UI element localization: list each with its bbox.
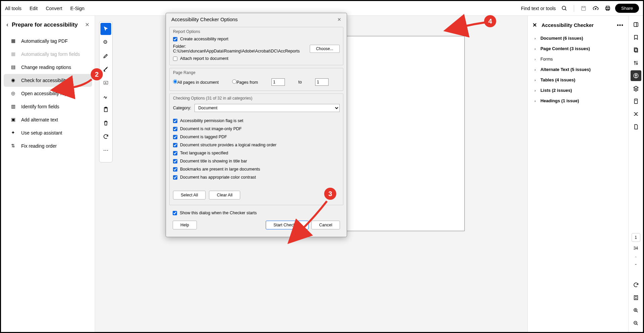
checker-title: Accessibility Checker bbox=[542, 22, 612, 28]
check-label: Bookmarks are present in large documents bbox=[180, 167, 260, 172]
more-icon[interactable]: ••• bbox=[617, 22, 624, 28]
left-item-alternate-text[interactable]: ▣Add alternate text bbox=[4, 113, 92, 126]
check-bookmarks[interactable] bbox=[173, 167, 177, 172]
folder-label: Folder: bbox=[173, 44, 186, 49]
page-from-input[interactable] bbox=[271, 78, 285, 86]
attach-report-checkbox[interactable] bbox=[173, 57, 177, 61]
right-rail: 1 34 ˆ ˇ bbox=[628, 16, 643, 332]
left-item-fix-reading[interactable]: ⇅Fix reading order bbox=[4, 140, 92, 152]
fix-order-icon: ⇅ bbox=[11, 143, 17, 149]
clear-all-button[interactable]: Clear All bbox=[209, 191, 240, 199]
file-icon[interactable] bbox=[631, 121, 641, 132]
check-icon: ◉ bbox=[11, 77, 17, 83]
print-icon[interactable] bbox=[603, 4, 612, 13]
menu-esign[interactable]: E-Sign bbox=[70, 6, 84, 11]
attachment-icon[interactable] bbox=[631, 96, 641, 107]
page-to-input[interactable] bbox=[315, 78, 329, 86]
zoom-in-icon[interactable] bbox=[631, 305, 641, 316]
layers-icon[interactable] bbox=[631, 83, 641, 94]
zoom-out-icon[interactable] bbox=[631, 318, 641, 329]
choose-folder-button[interactable]: Choose... bbox=[310, 45, 340, 53]
svg-point-18 bbox=[635, 74, 636, 75]
find-text-label[interactable]: Find text or tools bbox=[521, 6, 556, 11]
fit-page-icon[interactable] bbox=[631, 292, 641, 303]
checker-item-page-content[interactable]: ›Page Content (3 issues) bbox=[528, 43, 628, 54]
checker-item-forms[interactable]: ›Forms bbox=[528, 54, 628, 64]
checker-item-alternate-text[interactable]: ›Alternate Text (5 issues) bbox=[528, 64, 628, 75]
select-all-button[interactable]: Select All bbox=[173, 191, 206, 199]
show-dialog-label: Show this dialog when the Checker starts bbox=[180, 211, 257, 215]
more-tools-icon[interactable]: ⋯ bbox=[100, 144, 111, 156]
left-item-label: Identify form fields bbox=[21, 104, 59, 109]
page-down-icon[interactable]: ˇ bbox=[635, 263, 637, 269]
menu-convert[interactable]: Convert bbox=[46, 6, 62, 11]
left-item-label: Open accessibility report bbox=[21, 91, 73, 96]
signature-tool-icon[interactable] bbox=[100, 90, 111, 102]
checker-item-lists[interactable]: ›Lists (2 issues) bbox=[528, 85, 628, 96]
page-up-icon[interactable]: ˆ bbox=[635, 256, 637, 261]
pages-from-radio-label[interactable]: Pages from bbox=[232, 79, 258, 85]
share-button[interactable]: Share bbox=[615, 4, 639, 13]
show-dialog-checkbox[interactable] bbox=[173, 211, 177, 215]
wand-icon: ✦ bbox=[11, 130, 17, 136]
close-checker-icon[interactable]: ✕ bbox=[532, 22, 537, 28]
shuffle-icon[interactable] bbox=[631, 109, 641, 119]
menu-edit[interactable]: Edit bbox=[30, 6, 38, 11]
panel-toggle-icon[interactable] bbox=[631, 19, 641, 30]
check-reading-order[interactable] bbox=[173, 143, 177, 147]
zoom-tool-icon[interactable] bbox=[100, 36, 111, 48]
clipboard-tool-icon[interactable] bbox=[100, 104, 111, 116]
refresh-icon[interactable] bbox=[631, 280, 641, 290]
checker-item-headings[interactable]: ›Headings (1 issue) bbox=[528, 96, 628, 106]
check-not-image-only[interactable] bbox=[173, 127, 177, 131]
category-label: Category: bbox=[173, 106, 191, 110]
search-icon[interactable] bbox=[560, 4, 569, 13]
dialog-close-icon[interactable]: ✕ bbox=[337, 17, 341, 22]
accessibility-icon[interactable] bbox=[631, 70, 641, 81]
chevron-right-icon: › bbox=[534, 99, 536, 103]
back-icon[interactable]: ‹ bbox=[6, 21, 8, 28]
check-text-language[interactable] bbox=[173, 151, 177, 155]
page-total: 34 bbox=[634, 246, 638, 251]
report-icon: ◎ bbox=[11, 90, 17, 97]
category-select[interactable]: Document bbox=[195, 104, 340, 112]
folder-path: C:\Users\duncanl\AppData\Roaming\Adobe\A… bbox=[173, 49, 300, 53]
checker-item-tables[interactable]: ›Tables (4 issues) bbox=[528, 75, 628, 85]
checker-item-document[interactable]: ›Document (6 issues) bbox=[528, 33, 628, 43]
svg-rect-19 bbox=[634, 99, 637, 104]
svg-line-28 bbox=[637, 324, 638, 325]
left-item-identify-form[interactable]: ▥Identify form fields bbox=[4, 100, 92, 113]
left-item-label: Automatically tag PDF bbox=[21, 38, 68, 44]
chevron-right-icon: › bbox=[534, 88, 536, 92]
current-page-input[interactable]: 1 bbox=[632, 233, 640, 242]
create-report-checkbox[interactable] bbox=[173, 37, 177, 41]
cloud-upload-icon[interactable] bbox=[591, 4, 600, 13]
save-icon[interactable] bbox=[579, 4, 588, 13]
close-icon[interactable]: ✕ bbox=[85, 22, 89, 28]
pages-from-radio[interactable] bbox=[232, 79, 237, 84]
svg-point-0 bbox=[562, 6, 566, 10]
check-permission-flag[interactable] bbox=[173, 119, 177, 123]
left-item-label: Change reading options bbox=[21, 65, 71, 70]
all-pages-radio[interactable] bbox=[173, 79, 177, 84]
check-color-contrast[interactable] bbox=[173, 175, 177, 180]
left-item-tag-pdf[interactable]: ▦Automatically tag PDF bbox=[4, 35, 92, 47]
svg-text:A: A bbox=[105, 81, 106, 84]
left-item-reading-options[interactable]: ▤Change reading options bbox=[4, 61, 92, 74]
help-button[interactable]: Help bbox=[173, 221, 197, 229]
menu-all-tools[interactable]: All tools bbox=[5, 6, 22, 11]
pointer-tool-icon[interactable] bbox=[100, 23, 111, 35]
rotate-tool-icon[interactable] bbox=[100, 131, 111, 143]
pages-icon[interactable] bbox=[631, 45, 641, 56]
check-tagged-pdf[interactable] bbox=[173, 135, 177, 139]
bookmark-icon[interactable] bbox=[631, 32, 641, 43]
pen-tool-icon[interactable] bbox=[100, 50, 111, 62]
text-box-tool-icon[interactable]: A bbox=[100, 77, 111, 89]
alt-text-icon: ▣ bbox=[11, 117, 17, 123]
check-title-bar[interactable] bbox=[173, 159, 177, 163]
left-item-setup-assistant[interactable]: ✦Use setup assistant bbox=[4, 126, 92, 139]
all-pages-radio-label[interactable]: All pages in document bbox=[173, 79, 219, 85]
trash-tool-icon[interactable] bbox=[100, 117, 111, 129]
compare-icon[interactable] bbox=[631, 58, 641, 68]
left-item-label: Use setup assistant bbox=[21, 130, 62, 136]
